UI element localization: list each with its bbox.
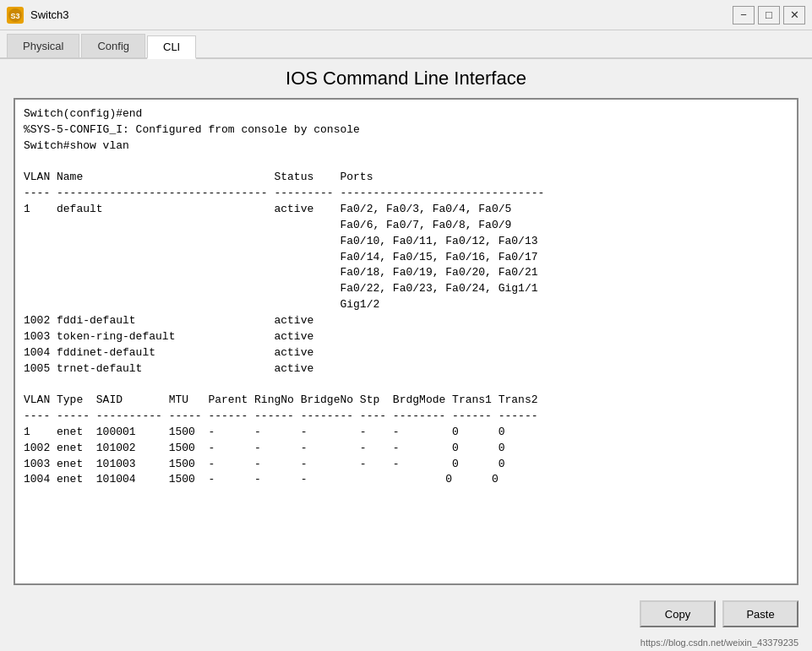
tab-bar: Physical Config CLI: [0, 30, 812, 59]
close-button[interactable]: ✕: [783, 6, 805, 24]
footer-url: https://blog.csdn.net/weixin_43379235: [0, 636, 812, 651]
maximize-button[interactable]: □: [758, 6, 780, 24]
window-title: Switch3: [30, 8, 733, 21]
tab-cli[interactable]: CLI: [147, 35, 196, 59]
terminal-wrapper: Switch(config)#end %SYS-5-CONFIG_I: Conf…: [14, 98, 798, 585]
paste-button[interactable]: Paste: [722, 600, 798, 627]
title-bar: S3 Switch3 − □ ✕: [0, 0, 812, 30]
page-title: IOS Command Line Interface: [14, 68, 798, 90]
window-controls: − □ ✕: [733, 6, 805, 24]
bottom-bar: Copy Paste: [0, 592, 812, 636]
terminal-content: Switch(config)#end %SYS-5-CONFIG_I: Conf…: [15, 100, 797, 495]
copy-button[interactable]: Copy: [640, 600, 716, 627]
main-content: IOS Command Line Interface Switch(config…: [0, 59, 812, 592]
app-icon: S3: [7, 7, 24, 24]
minimize-button[interactable]: −: [733, 6, 755, 24]
svg-text:S3: S3: [10, 12, 19, 20]
terminal-scroll[interactable]: Switch(config)#end %SYS-5-CONFIG_I: Conf…: [15, 100, 797, 583]
tab-config[interactable]: Config: [81, 34, 145, 57]
tab-physical[interactable]: Physical: [7, 34, 79, 57]
